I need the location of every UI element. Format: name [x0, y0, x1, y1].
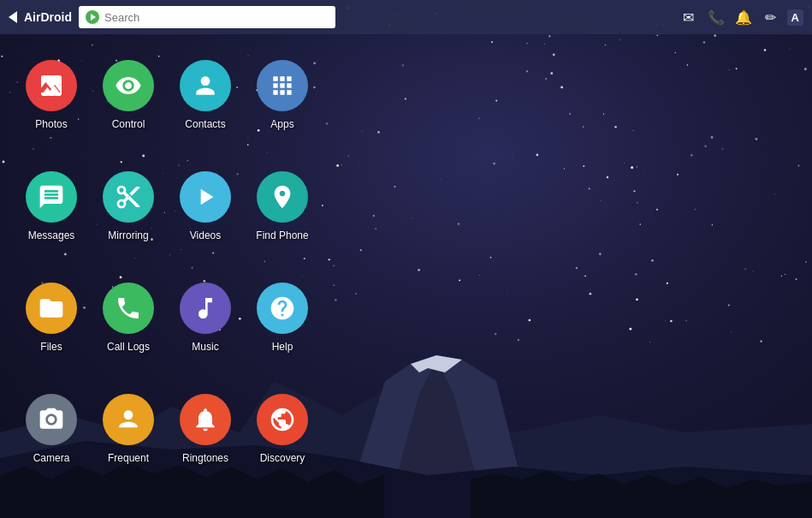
frequent-icon [103, 394, 154, 445]
bell-icon[interactable]: 🔔 [732, 6, 755, 28]
pencil-icon[interactable]: ✏ [760, 6, 782, 28]
calllogs-icon [103, 283, 154, 334]
messages-label: Messages [28, 229, 75, 241]
messages-icon [26, 171, 77, 223]
back-arrow-icon [9, 11, 17, 23]
help-icon [257, 283, 308, 334]
files-label: Files [40, 341, 62, 353]
discovery-label: Discovery [260, 452, 305, 464]
airdroid-brand-text: AirDroid [24, 10, 72, 24]
music-label: Music [192, 341, 218, 353]
control-label: Control [112, 118, 145, 130]
mirroring-icon [103, 171, 154, 223]
search-input[interactable] [104, 11, 329, 24]
contacts-icon [180, 60, 231, 111]
app-grid: Photos Control Contacts Apps Messages Mi… [0, 43, 334, 505]
camera-label: Camera [33, 452, 70, 464]
frequent-label: Frequent [108, 452, 149, 464]
app-contacts[interactable]: Contacts [167, 51, 244, 163]
app-photos[interactable]: Photos [13, 51, 90, 163]
topbar-icons: ✉ 📞 🔔 ✏ A [678, 6, 803, 28]
app-discovery[interactable]: Discovery [244, 385, 321, 497]
photos-label: Photos [35, 118, 67, 130]
app-help[interactable]: Help [244, 274, 321, 385]
mirroring-label: Mirroring [108, 229, 148, 241]
app-findphone[interactable]: Find Phone [244, 163, 321, 274]
language-icon[interactable]: A [787, 9, 803, 26]
app-control[interactable]: Control [90, 51, 167, 163]
google-play-icon [86, 10, 99, 24]
findphone-icon [257, 171, 308, 223]
app-messages[interactable]: Messages [13, 163, 90, 274]
control-icon [103, 60, 154, 111]
ringtones-label: Ringtones [182, 452, 228, 464]
envelope-icon[interactable]: ✉ [678, 6, 700, 28]
app-music[interactable]: Music [167, 274, 244, 385]
airdroid-logo[interactable]: AirDroid [9, 10, 72, 24]
app-calllogs[interactable]: Call Logs [90, 274, 167, 385]
music-icon [180, 283, 231, 334]
app-videos[interactable]: Videos [167, 163, 244, 274]
app-frequent[interactable]: Frequent [90, 385, 167, 497]
phone-icon[interactable]: 📞 [705, 6, 727, 28]
calllogs-label: Call Logs [107, 341, 150, 353]
topbar: AirDroid ✉ 📞 🔔 ✏ A [0, 0, 812, 34]
app-ringtones[interactable]: Ringtones [167, 385, 244, 497]
search-bar[interactable] [79, 6, 335, 28]
app-apps[interactable]: Apps [244, 51, 321, 163]
apps-icon [257, 60, 308, 111]
findphone-label: Find Phone [256, 229, 308, 241]
photos-icon [26, 60, 77, 111]
videos-label: Videos [190, 229, 221, 241]
camera-icon [26, 394, 77, 445]
app-files[interactable]: Files [13, 274, 90, 385]
app-camera[interactable]: Camera [13, 385, 90, 497]
ringtones-icon [180, 394, 231, 445]
discovery-icon [257, 394, 308, 445]
files-icon [26, 283, 77, 334]
videos-icon [180, 171, 231, 223]
help-label: Help [272, 341, 293, 353]
contacts-label: Contacts [185, 118, 225, 130]
app-mirroring[interactable]: Mirroring [90, 163, 167, 274]
apps-label: Apps [270, 118, 293, 130]
